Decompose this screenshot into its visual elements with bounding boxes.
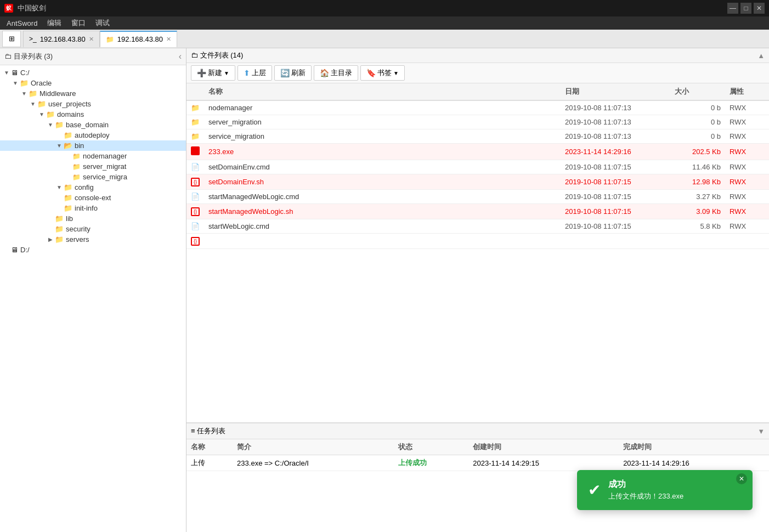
- tree-item-servers[interactable]: ▶ servers: [0, 234, 186, 245]
- drive-d-icon: 🖥: [11, 246, 18, 254]
- tree-item-service-migra[interactable]: service_migra: [0, 172, 186, 182]
- tree-label-bin: bin: [75, 142, 84, 150]
- new-button[interactable]: ➕ 新建 ▼: [191, 65, 235, 81]
- tree-item-nodemanager[interactable]: nodemanager: [0, 151, 186, 161]
- folder-icon: [72, 173, 81, 181]
- menu-bar: AntSword 编辑 窗口 调试: [0, 16, 769, 30]
- left-panel: 🗀 目录列表 (3) ‹ ▼ 🖥 C:/ ▼ Oracle ▼ Midd: [0, 48, 186, 532]
- tree-item-server-migrat[interactable]: server_migrat: [0, 161, 186, 172]
- toast-close-button[interactable]: ✕: [736, 473, 747, 484]
- bookmark-button[interactable]: 🔖 书签 ▼: [360, 65, 405, 81]
- menu-antsword[interactable]: AntSword: [2, 18, 42, 29]
- file-attr-cell: RWX: [725, 100, 769, 115]
- file-size-cell: 3.09 Kb: [670, 204, 725, 219]
- file-name-cell: service_migration: [204, 129, 561, 144]
- table-row[interactable]: {} setDomainEnv.sh 2019-10-08 11:07:15 1…: [186, 174, 769, 190]
- tab-filemanager-close[interactable]: ✕: [166, 36, 171, 43]
- folder-icon: [55, 121, 64, 129]
- tree-item-init-info[interactable]: init-info: [0, 203, 186, 213]
- file-attr-cell: RWX: [725, 190, 769, 204]
- close-btn[interactable]: ✕: [754, 3, 765, 14]
- table-row[interactable]: 📁 service_migration 2019-10-08 11:07:13 …: [186, 129, 769, 144]
- refresh-button[interactable]: 🔄 刷新: [274, 65, 312, 81]
- task-completed-cell: 2023-11-14 14:29:16: [619, 455, 769, 471]
- tree-item-d[interactable]: 🖥 D:/: [0, 245, 186, 255]
- table-row[interactable]: 📄 setDomainEnv.cmd 2019-10-08 11:07:15 1…: [186, 160, 769, 174]
- table-row[interactable]: {} startManagedWebLogic.sh 2019-10-08 11…: [186, 204, 769, 219]
- tree-item-domains[interactable]: ▼ domains: [0, 109, 186, 120]
- app-title: 中国蚁剑: [18, 3, 46, 13]
- task-table: 名称 简介 状态 创建时间 完成时间 上传 233.exe => C:/Orac…: [186, 439, 769, 471]
- collapse-tree-icon[interactable]: ‹: [179, 52, 182, 61]
- folder-icon: [46, 110, 55, 118]
- table-row[interactable]: 233.exe 2023-11-14 14:29:16 202.5 Kb RWX: [186, 144, 769, 160]
- tree-item-base-domain[interactable]: ▼ base_domain: [0, 120, 186, 130]
- table-row[interactable]: 📄 startManagedWebLogic.cmd 2019-10-08 11…: [186, 190, 769, 204]
- tree-item-config[interactable]: ▼ config: [0, 182, 186, 193]
- file-size-cell: 0 b: [670, 115, 725, 129]
- file-date-cell: 2019-10-08 11:07:13: [561, 100, 670, 115]
- bookmark-dropdown-icon: ▼: [393, 70, 399, 76]
- up-label: 上层: [252, 68, 266, 78]
- tree-item-user-projects[interactable]: ▼ user_projects: [0, 99, 186, 109]
- folder-icon: [55, 235, 64, 244]
- tab-filemanager[interactable]: 📁 192.168.43.80 ✕: [100, 31, 177, 47]
- task-col-completed: 完成时间: [619, 439, 769, 455]
- tree-label-oracle: Oracle: [31, 79, 52, 87]
- file-date-cell: 2019-10-08 11:07:15: [561, 219, 670, 234]
- tree-label-init-info: init-info: [75, 204, 98, 212]
- file-attr-cell: [725, 234, 769, 249]
- tree-toggle: ▼: [37, 111, 46, 117]
- file-name-cell: setDomainEnv.cmd: [204, 160, 561, 174]
- tree-toggle: ▼: [20, 90, 29, 97]
- task-col-desc: 简介: [233, 439, 394, 455]
- scroll-up-icon[interactable]: ▲: [757, 52, 765, 60]
- tree-label-security: security: [66, 225, 91, 233]
- file-size-cell: [670, 234, 725, 249]
- menu-debug[interactable]: 调试: [91, 17, 114, 29]
- tree-item-lib[interactable]: lib: [0, 213, 186, 224]
- tree-toggle: ▶: [46, 236, 55, 242]
- up-button[interactable]: ⬆ 上层: [238, 65, 272, 81]
- file-size-cell: 3.27 Kb: [670, 190, 725, 204]
- minimize-btn[interactable]: —: [727, 3, 738, 14]
- tree-item-autodeploy[interactable]: autodeploy: [0, 130, 186, 140]
- tree-toggle: ▼: [29, 101, 37, 107]
- right-panel: 🗀 文件列表 (14) ▲ ➕ 新建 ▼ ⬆ 上层 🔄 刷新: [186, 48, 769, 532]
- tree-label-autodeploy: autodeploy: [75, 131, 110, 139]
- menu-window[interactable]: 窗口: [67, 17, 90, 29]
- terminal-icon: >_: [29, 35, 37, 43]
- title-bar: 蚁 中国蚁剑 — □ ✕: [0, 0, 769, 16]
- tree-item-oracle[interactable]: ▼ Oracle: [0, 78, 186, 88]
- file-date-cell: [561, 234, 670, 249]
- file-attr-cell: RWX: [725, 160, 769, 174]
- tree-item-bin[interactable]: ▼ bin: [0, 140, 186, 151]
- table-row[interactable]: 📁 server_migration 2019-10-08 11:07:13 0…: [186, 115, 769, 129]
- file-icon-cell: [186, 144, 204, 160]
- title-bar-left: 蚁 中国蚁剑: [4, 3, 46, 13]
- tree-label-server-migrat: server_migrat: [83, 162, 126, 171]
- refresh-icon: 🔄: [280, 69, 290, 77]
- maximize-btn[interactable]: □: [740, 3, 751, 14]
- tab-terminal[interactable]: >_ 192.168.43.80 ✕: [23, 31, 100, 47]
- table-row[interactable]: 📄 startWebLogic.cmd 2019-10-08 11:07:15 …: [186, 219, 769, 234]
- task-desc-cell: 233.exe => C:/Oracle/I: [233, 455, 394, 471]
- file-attr-cell: RWX: [725, 129, 769, 144]
- tree-toggle: ▼: [55, 143, 64, 149]
- table-row-partial[interactable]: {}: [186, 234, 769, 249]
- tree-item-security[interactable]: security: [0, 224, 186, 234]
- toast-message: 上传文件成功！233.exe: [608, 491, 742, 501]
- menu-edit[interactable]: 编辑: [43, 17, 66, 29]
- task-list-collapse-icon[interactable]: ▼: [757, 427, 765, 435]
- tree-item-middleware[interactable]: ▼ Middleware: [0, 88, 186, 99]
- tree-item-c[interactable]: ▼ 🖥 C:/: [0, 67, 186, 78]
- tree-item-console-ext[interactable]: console-ext: [0, 193, 186, 203]
- folder-tab-icon: 📁: [106, 36, 114, 43]
- home-button[interactable]: 🏠 主目录: [314, 65, 358, 81]
- table-row[interactable]: 📁 nodemanager 2019-10-08 11:07:13 0 b RW…: [186, 100, 769, 115]
- folder-icon: [29, 89, 37, 98]
- tab-terminal-close[interactable]: ✕: [89, 36, 94, 43]
- window-controls: — □ ✕: [727, 3, 765, 14]
- grid-button[interactable]: ⊞: [2, 31, 21, 47]
- tab-filemanager-label: 192.168.43.80: [117, 35, 163, 43]
